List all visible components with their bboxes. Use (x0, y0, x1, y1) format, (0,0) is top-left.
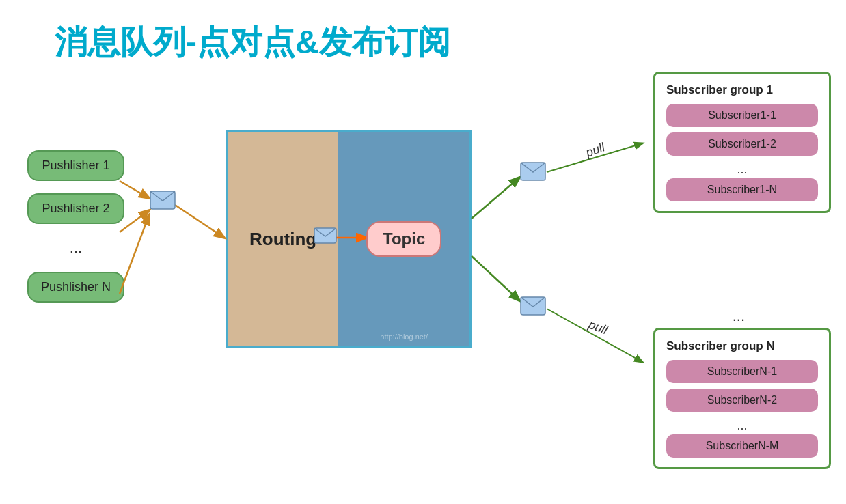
pull-label-1: pull (584, 140, 608, 160)
routing-topic-box: Routing Topic http://blog.net/ (226, 130, 472, 348)
svg-rect-11 (521, 163, 545, 180)
subscriber-1-n: Subscriber1-N (666, 178, 818, 201)
publisher-2: Pushlisher 2 (27, 193, 124, 224)
topic-pill: Topic (366, 221, 441, 257)
svg-line-6 (472, 256, 519, 300)
subscriber-n-dots: ... (666, 417, 818, 434)
svg-line-5 (472, 178, 519, 219)
watermark: http://blog.net/ (338, 333, 469, 341)
svg-line-3 (175, 205, 224, 238)
subscriber-group-1-title: Subscriber group 1 (666, 83, 818, 97)
subscriber-n-m: SubscriberN-M (666, 434, 818, 458)
topic-area: Topic http://blog.net/ (338, 132, 469, 346)
between-groups-dots: ... (733, 307, 745, 325)
subscriber-group-n: Subscriber group N SubscriberN-1 Subscri… (653, 328, 831, 469)
routing-label: Routing (228, 132, 338, 346)
svg-rect-9 (150, 191, 175, 209)
publishers-dots: ... (27, 236, 124, 260)
subscriber-1-2: Subscriber1-2 (666, 132, 818, 156)
page: 消息队列-点对点&发布订阅 Pushlisher 1 Pushlisher 2 … (0, 0, 846, 504)
publishers-list: Pushlisher 1 Pushlisher 2 ... Pushlisher… (27, 150, 124, 303)
publisher-n: Pushlisher N (27, 272, 124, 303)
page-title: 消息队列-点对点&发布订阅 (55, 20, 450, 64)
subscriber-n-2: SubscriberN-2 (666, 389, 818, 412)
svg-line-8 (547, 309, 642, 362)
subscriber-group-1: Subscriber group 1 Subscriber1-1 Subscri… (653, 72, 831, 213)
svg-line-7 (547, 143, 642, 172)
subscriber-1-dots: ... (666, 161, 818, 178)
subscriber-n-1: SubscriberN-1 (666, 360, 818, 383)
svg-rect-12 (521, 297, 545, 315)
pull-label-n: pull (586, 318, 610, 337)
subscriber-group-n-title: Subscriber group N (666, 339, 818, 353)
subscriber-1-1: Subscriber1-1 (666, 104, 818, 127)
publisher-1: Pushlisher 1 (27, 150, 124, 181)
